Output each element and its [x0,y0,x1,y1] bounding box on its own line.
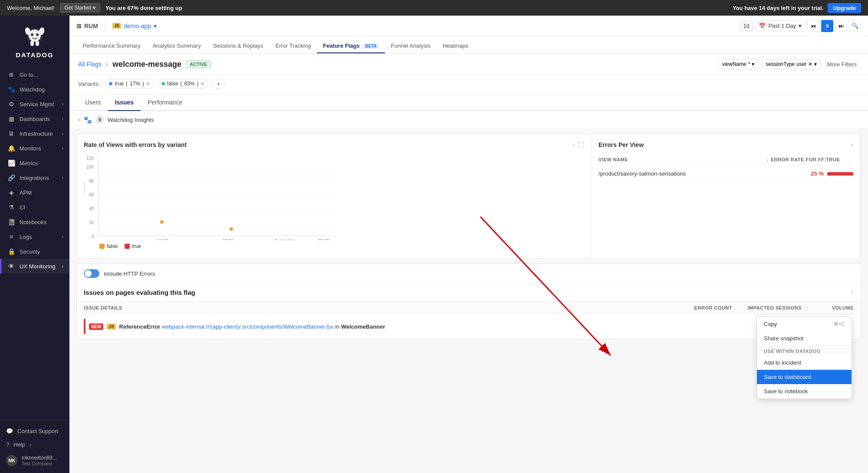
app-selector[interactable]: JS demo-app ▾ [112,23,157,29]
fullscreen-button[interactable]: ⛶ [578,141,584,148]
table-row[interactable]: /product/savory-salmon-sensations 25 % [598,166,853,182]
sidebar-item-apm[interactable]: ◈ APM [0,185,69,200]
js-badge: JS [107,324,115,329]
search-button[interactable]: 🔍 [849,20,861,32]
content-tab-users[interactable]: Users [78,95,108,111]
page-content: All Flags › welcome-message ACTIVE viewN… [69,54,868,473]
more-filters-button[interactable]: More Filters [824,59,859,69]
chart-header-left: Rate of Views with errors by variant ↑ ⛶ [84,141,584,148]
pause-button[interactable]: ⏸ [821,20,833,32]
add-variant-button[interactable]: + [212,78,225,89]
breadcrumb-row: All Flags › welcome-message ACTIVE viewN… [69,54,868,75]
svg-text:06:00: 06:00 [318,238,329,240]
sidebar-item-watchdog[interactable]: 🐾 Watchdog [0,82,69,97]
sub-header: ⊞ RUM JS demo-app ▾ 1d 📅 Past 1 Day ▾ ⏮ … [69,16,868,36]
sort-icon: ↓ [766,157,769,162]
tab-error-tracking[interactable]: Error Tracking [270,39,317,53]
content-tab-issues[interactable]: Issues [108,95,141,111]
sidebar-item-metrics[interactable]: 📈 Metrics [0,156,69,170]
sidebar-item-help[interactable]: ? Help › [0,438,69,451]
export-errors-button[interactable]: ↑ [850,141,853,148]
shortcut-text: ⌘+C [834,321,845,327]
close-icon[interactable]: ✕ [808,61,812,67]
variants-label: Variants: [78,81,100,87]
svg-point-23 [230,227,233,231]
svg-text:120: 120 [86,156,94,161]
goto-icon: ⊕ [7,71,15,78]
chevron-right-icon: › [62,235,63,239]
time-preset-button[interactable]: 1d [740,21,753,31]
issue-details-cell: NEW JS ReferenceError webpack-internal:/… [84,319,854,334]
chevron-right-icon: › [62,131,63,136]
svg-text:18:00: 18:00 [223,238,233,240]
export-chart-button[interactable]: ↑ [572,141,575,148]
time-controls: 1d 📅 Past 1 Day ▾ ⏮ ⏸ ⏭ 🔍 [740,20,861,32]
http-errors-toggle[interactable] [84,269,99,278]
chevron-right-icon: › [62,102,63,107]
view-name-cell: /product/savory-salmon-sensations [598,170,766,177]
time-range-selector[interactable]: 📅 Past 1 Day ▾ [755,20,806,31]
rewind-button[interactable]: ⏮ [807,20,819,32]
tab-performance-summary[interactable]: Performance Summary [76,39,147,53]
tab-sessions-replays[interactable]: Sessions & Replays [207,39,270,53]
dashboards-icon: ▦ [7,115,15,122]
view-name-filter[interactable]: viewName * ▾ [718,59,759,69]
remove-variant-false[interactable]: ✕ [201,81,204,87]
sidebar-item-ux-monitoring[interactable]: 👁 UX Monitoring › [0,259,69,274]
user-profile[interactable]: MK mknowlton89... Test Company [0,451,69,470]
notebooks-icon: 📓 [7,219,15,225]
sidebar-item-dashboards[interactable]: ▦ Dashboards › [0,111,69,126]
divider [105,21,105,31]
context-menu-copy[interactable]: Copy ⌘+C [757,317,852,331]
chevron-right-icon: › [62,146,63,151]
sidebar-item-goto[interactable]: ⊕ Go to... [0,67,69,82]
sidebar-item-contact-support[interactable]: 💬 Contact Support [0,424,69,438]
sidebar-item-monitors[interactable]: 🔔 Monitors › [0,141,69,156]
sidebar: DATADOG ⊕ Go to... 🐾 Watchdog ⚙ Service … [0,16,69,473]
session-type-filter[interactable]: sessionType user ✕ ▾ [762,59,821,69]
trial-text: You have 14 days left in your trial. [733,5,823,11]
svg-text:Percent: Percent [84,182,85,197]
tab-heatmaps[interactable]: Heatmaps [437,39,474,53]
upgrade-button[interactable]: Upgrade [828,3,861,13]
watchdog-insights-icon: 🐾 [83,116,92,124]
table-row[interactable]: NEW JS ReferenceError webpack-internal:/… [77,314,861,339]
error-rate-chart: 0 20 40 60 80 100 120 [84,153,344,240]
legend-true-color [125,244,130,249]
rum-label: ⊞ RUM [76,23,98,29]
sidebar-item-service-mgmt[interactable]: ⚙ Service Mgmt › [0,97,69,111]
tab-funnel-analysis[interactable]: Funnel Analysis [385,39,437,53]
tab-feature-flags[interactable]: Feature Flags BETA [317,39,385,53]
chart-legend: false true [84,241,584,251]
export-issues-button[interactable]: ↑ [851,289,854,296]
sidebar-item-notebooks[interactable]: 📓 Notebooks [0,215,69,229]
beta-badge: BETA [363,43,378,49]
all-flags-link[interactable]: All Flags [78,61,102,68]
context-menu-save-dashboard[interactable]: Save to dashboard [757,370,852,384]
context-menu-share-snapshot[interactable]: Share snapshot [757,331,852,346]
fast-forward-button[interactable]: ⏭ [835,20,847,32]
remove-variant-true[interactable]: ✕ [146,81,150,87]
variant-tag-false[interactable]: false (83%) ✕ [158,79,208,88]
get-started-button[interactable]: Get Started ▾ [60,3,100,13]
sidebar-item-infrastructure[interactable]: 🖥 Infrastructure › [0,126,69,141]
svg-text:20: 20 [89,220,94,225]
avatar: MK [6,455,17,466]
variant-dot-true [109,82,112,85]
issue-details-header: ISSUE DETAILS [84,305,676,310]
tab-analytics-summary[interactable]: Analytics Summary [147,39,207,53]
sidebar-item-security[interactable]: 🔒 Security [0,244,69,259]
security-icon: 🔒 [7,248,15,255]
watchdog-insights-row[interactable]: › 🐾 0 Watchdog Insights [69,111,868,129]
chevron-right-icon: › [62,264,63,269]
sidebar-item-integrations[interactable]: 🔗 Integrations › [0,170,69,185]
variant-tag-true[interactable]: true (17%) ✕ [105,79,154,88]
context-menu-add-incident[interactable]: Add to incident [757,356,852,370]
content-tab-performance[interactable]: Performance [141,95,189,111]
sidebar-item-ci[interactable]: ⚗ CI [0,200,69,215]
context-menu-save-notebook[interactable]: Save to notebook [757,384,852,398]
svg-rect-7 [36,41,39,46]
sidebar-item-logs[interactable]: ≡ Logs › [0,229,69,244]
svg-text:12:00: 12:00 [158,238,168,240]
context-menu: Copy ⌘+C Share snapshot USE WITHIN DATAD… [756,316,852,399]
